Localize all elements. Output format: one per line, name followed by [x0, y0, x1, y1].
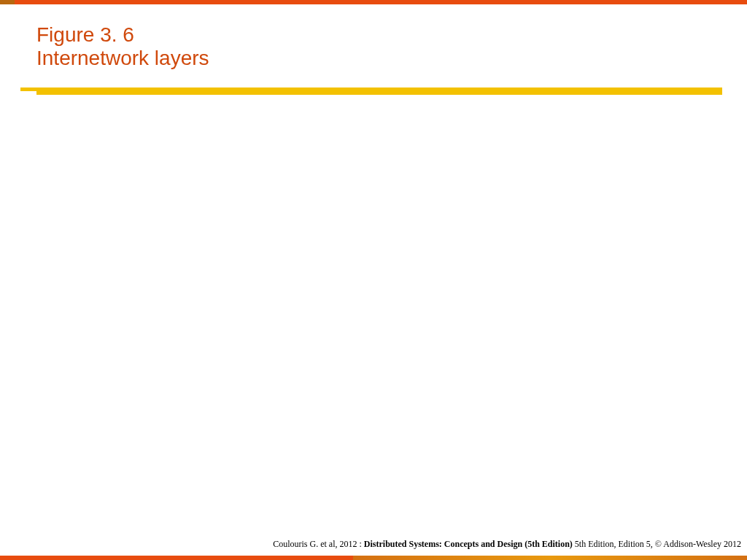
title-line-1: Figure 3. 6 — [36, 23, 209, 47]
slide-header: Figure 3. 6 Internetwork layers — [36, 23, 209, 70]
yellow-divider-bar — [36, 88, 722, 95]
title-line-2: Internetwork layers — [36, 47, 209, 70]
footer-book-title: Distributed Systems: Concepts and Design… — [364, 539, 573, 549]
bottom-border-right-accent — [353, 556, 747, 560]
footer-author: Coulouris G. et al, 2012 : — [273, 539, 364, 549]
slide-footer-citation: Coulouris G. et al, 2012 : Distributed S… — [273, 539, 741, 550]
top-border-right-accent — [737, 0, 747, 4]
footer-edition-info: 5th Edition, Edition 5, © Addison-Wesley… — [573, 539, 741, 549]
top-border-bar — [0, 0, 747, 4]
